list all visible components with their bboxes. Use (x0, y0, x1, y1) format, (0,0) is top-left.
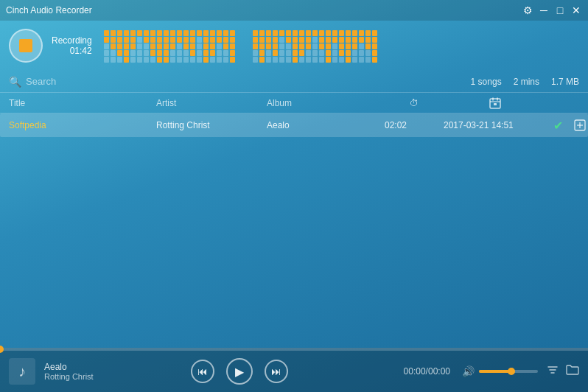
cell-album: Aealo (267, 120, 385, 130)
track-info: Aealo Rotting Christ (44, 362, 133, 381)
next-button[interactable]: ⏭ (265, 360, 288, 383)
filter-icon[interactable] (547, 364, 559, 379)
table-body: Softpedia Rotting Christ Aealo 02:02 201… (0, 113, 588, 137)
stats-area: 1 songs 2 mins 1.7 MB (471, 77, 579, 87)
volume-area: 🔊 (462, 365, 538, 377)
cell-duration: 02:02 (385, 120, 444, 130)
track-table: Title Artist Album ⏱ Softpedia Rotting C… (0, 93, 588, 137)
table-row[interactable]: Softpedia Rotting Christ Aealo 02:02 201… (0, 113, 588, 137)
col-header-album: Album (267, 98, 385, 108)
svg-rect-4 (494, 103, 497, 105)
settings-button[interactable]: ⚙ (522, 4, 533, 16)
col-header-title: Title (9, 98, 156, 108)
waveform-display (104, 29, 579, 63)
maximize-button[interactable]: □ (554, 4, 566, 16)
cell-verified-icon: ✔ (547, 119, 569, 133)
recording-area: Recording 01:42 (0, 21, 588, 71)
recording-time: 01:42 (70, 46, 92, 56)
progress-bar[interactable] (0, 348, 588, 351)
volume-slider[interactable] (479, 370, 538, 373)
cell-artist: Rotting Christ (156, 120, 267, 130)
minimize-button[interactable]: ─ (538, 4, 550, 16)
search-icon: 🔍 (9, 76, 21, 88)
transport-controls: ⏮ ▶ ⏭ (191, 358, 288, 385)
table-header: Title Artist Album ⏱ (0, 93, 588, 113)
time-display: 00:00/00:00 (404, 366, 450, 377)
volume-icon: 🔊 (462, 365, 475, 377)
music-note-symbol: ♪ (18, 363, 26, 380)
player-controls: ♪ Aealo Rotting Christ ⏮ ▶ ⏭ 00:00/00:00… (0, 351, 588, 392)
calendar-icon (489, 97, 502, 110)
cell-date: 2017-03-21 14:51 (444, 120, 547, 130)
waveform-right (253, 29, 377, 63)
play-button[interactable]: ▶ (226, 358, 253, 385)
track-artist-label: Rotting Christ (44, 372, 133, 381)
recording-label: Recording (52, 35, 92, 46)
cell-edit-icon[interactable] (569, 119, 588, 131)
record-button[interactable] (9, 29, 43, 63)
size-stat: 1.7 MB (551, 77, 579, 87)
waveform-left (104, 29, 235, 63)
duration-stat: 2 mins (514, 77, 539, 87)
prev-button[interactable]: ⏮ (191, 360, 214, 383)
right-icons (547, 364, 579, 379)
title-bar: Cinch Audio Recorder ⚙ ─ □ ✕ (0, 0, 588, 21)
player-bar: ♪ Aealo Rotting Christ ⏮ ▶ ⏭ 00:00/00:00… (0, 348, 588, 392)
songs-count: 1 songs (471, 77, 502, 87)
cell-title: Softpedia (9, 120, 156, 130)
folder-icon[interactable] (566, 364, 579, 379)
search-bar: 🔍 1 songs 2 mins 1.7 MB (0, 71, 588, 93)
track-album-label: Aealo (44, 362, 133, 372)
search-input[interactable] (26, 76, 471, 87)
col-header-artist: Artist (156, 98, 267, 108)
volume-fill (479, 370, 511, 373)
recording-info: Recording 01:42 (52, 35, 92, 56)
album-art: ♪ (9, 358, 35, 385)
window-title: Cinch Audio Recorder (6, 5, 92, 15)
col-header-date (444, 97, 547, 110)
volume-dot (508, 368, 515, 375)
window-controls: ⚙ ─ □ ✕ (522, 4, 582, 16)
close-button[interactable]: ✕ (570, 4, 582, 16)
col-header-duration: ⏱ (385, 98, 444, 108)
record-square-icon (19, 39, 32, 52)
